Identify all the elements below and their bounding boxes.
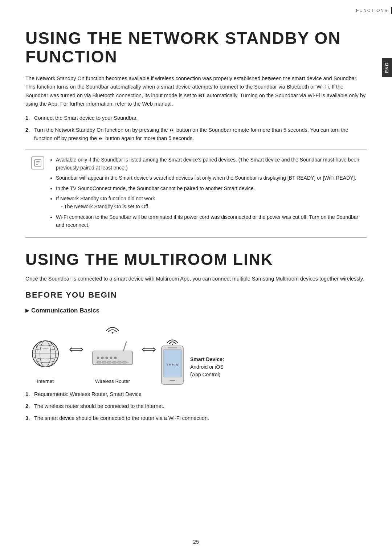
svg-rect-17 bbox=[97, 361, 101, 363]
section2-body: Once the Soundbar is connected to a smar… bbox=[25, 275, 367, 283]
diagram-area: Internet ⟺ bbox=[25, 323, 367, 385]
internet-item: Internet bbox=[25, 336, 65, 385]
svg-point-11 bbox=[97, 356, 99, 359]
smart-device-svg-wrapper: Samsung bbox=[160, 336, 185, 385]
note-item-5: Wi-Fi connection to the Soundbar will be… bbox=[56, 213, 361, 229]
page-container: FUNCTIONS ENG USING THE NETWORK STANDBY … bbox=[0, 0, 392, 556]
smart-device-info: Smart Device: Android or iOS (App Contro… bbox=[190, 356, 224, 385]
svg-point-15 bbox=[114, 356, 117, 359]
svg-text:Samsung: Samsung bbox=[167, 363, 178, 366]
page-number: 25 bbox=[193, 538, 199, 546]
note-icon bbox=[31, 156, 44, 169]
smart-device-item: Samsung Smart Device: Android or iOS (Ap… bbox=[160, 336, 224, 385]
svg-rect-22 bbox=[123, 361, 126, 363]
globe-icon bbox=[25, 336, 65, 373]
wifi-above-router bbox=[103, 323, 122, 334]
section2-step-1: 1. Requirements: Wireless Router, Smart … bbox=[25, 390, 367, 398]
internet-label: Internet bbox=[37, 378, 54, 385]
note-item-2: Soundbar will appear in the Smart device… bbox=[56, 174, 361, 182]
section1-title: USING THE NETWORK STANDBY ON FUNCTION bbox=[25, 29, 367, 66]
eng-tab: ENG bbox=[382, 58, 392, 77]
comm-basics-heading: Communication Basics bbox=[25, 306, 367, 315]
note-item-1: Available only if the Soundbar is listed… bbox=[56, 156, 361, 172]
svg-rect-18 bbox=[102, 361, 106, 363]
arrow-router-device: ⟺ bbox=[138, 342, 160, 357]
section1-body: The Network Standby On function becomes … bbox=[25, 74, 367, 108]
note-content: Available only if the Soundbar is listed… bbox=[49, 156, 361, 232]
note-box: Available only if the Soundbar is listed… bbox=[25, 150, 367, 238]
svg-rect-19 bbox=[107, 361, 111, 363]
section2-step-3: 3. The smart device should be connected … bbox=[25, 414, 367, 422]
svg-rect-20 bbox=[113, 361, 116, 363]
section2-step-2: 2. The wireless router should be connect… bbox=[25, 402, 367, 410]
note-sub-item: The Network Standby On is set to Off. bbox=[61, 203, 361, 210]
router-icon bbox=[87, 336, 138, 373]
svg-point-13 bbox=[106, 356, 108, 359]
smart-device-wrapper: Samsung Smart Device: Android or iOS (Ap… bbox=[160, 336, 224, 385]
wifi-above-phone bbox=[165, 336, 180, 345]
svg-point-8 bbox=[112, 332, 114, 334]
svg-line-10 bbox=[123, 342, 126, 351]
functions-label: FUNCTIONS bbox=[356, 7, 392, 14]
step-2: 2. Turn the Network Standby On function … bbox=[25, 126, 367, 143]
svg-rect-21 bbox=[118, 361, 121, 363]
arrow-internet-router: ⟺ bbox=[65, 342, 87, 357]
section2-title: USING THE MULTIROOM LINK bbox=[25, 251, 367, 268]
router-label: Wireless Router bbox=[95, 378, 130, 385]
svg-rect-26 bbox=[168, 347, 177, 348]
section2-steps: 1. Requirements: Wireless Router, Smart … bbox=[25, 390, 367, 423]
section1-steps: 1. Connect the Smart device to your Soun… bbox=[25, 114, 367, 143]
note-item-4: If Network Standby On function did not w… bbox=[56, 195, 361, 211]
smartphone-icon: Samsung bbox=[160, 345, 185, 385]
svg-point-14 bbox=[110, 356, 113, 359]
note-item-3: In the TV SoundConnect mode, the Soundba… bbox=[56, 184, 361, 192]
step-1: 1. Connect the Smart device to your Soun… bbox=[25, 114, 367, 122]
svg-point-12 bbox=[101, 356, 104, 359]
before-you-begin-title: BEFORE YOU BEGIN bbox=[25, 289, 367, 301]
router-item: Wireless Router bbox=[87, 323, 138, 385]
